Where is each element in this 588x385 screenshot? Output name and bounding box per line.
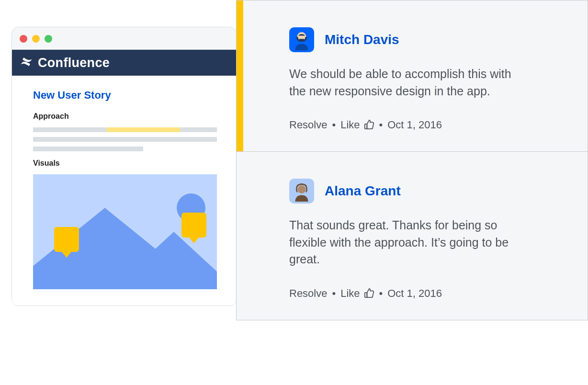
comment-author[interactable]: Alana Grant	[325, 183, 401, 199]
thumbs-up-icon[interactable]	[364, 287, 374, 300]
confluence-window: Confluence New User Story Approach Visua…	[11, 27, 237, 306]
like-link[interactable]: Like	[340, 287, 360, 300]
svg-rect-1	[364, 124, 367, 129]
comment-header: Alana Grant	[289, 179, 541, 204]
close-icon[interactable]	[20, 35, 27, 43]
separator-dot: •	[378, 119, 384, 131]
svg-rect-3	[364, 293, 367, 297]
comment-date: Oct 1, 2016	[387, 119, 442, 131]
comment-actions: Resolve • Like • Oct 1, 2016	[289, 119, 541, 131]
separator-dot: •	[331, 287, 337, 300]
page-body: New User Story Approach Visuals	[12, 76, 236, 306]
resolve-link[interactable]: Resolve	[289, 119, 327, 131]
annotation-pin-icon[interactable]	[181, 213, 206, 238]
separator-dot: •	[378, 287, 384, 300]
annotation-pin-icon[interactable]	[54, 227, 79, 252]
page-title[interactable]: New User Story	[33, 89, 217, 102]
confluence-icon	[20, 55, 33, 70]
comment-body: We should be able to accomplish this wit…	[289, 66, 519, 100]
selection-highlight	[237, 0, 243, 151]
comment-body: That sounds great. Thanks for being so f…	[289, 217, 519, 268]
comment-actions: Resolve • Like • Oct 1, 2016	[289, 287, 541, 300]
svg-point-2	[298, 185, 306, 193]
like-link[interactable]: Like	[340, 119, 360, 131]
window-controls	[12, 27, 236, 50]
body-text-line	[33, 147, 143, 151]
resolve-link[interactable]: Resolve	[289, 287, 327, 300]
separator-dot: •	[331, 119, 337, 131]
comment-date: Oct 1, 2016	[387, 287, 442, 300]
avatar[interactable]	[289, 179, 314, 204]
body-text-line	[33, 127, 217, 132]
body-text-line	[33, 137, 217, 142]
maximize-icon[interactable]	[45, 35, 52, 43]
comment-author[interactable]: Mitch Davis	[325, 32, 399, 47]
app-header: Confluence	[12, 50, 236, 76]
visuals-illustration	[33, 174, 217, 289]
app-name: Confluence	[38, 56, 110, 70]
comment-card: Alana Grant That sounds great. Thanks fo…	[237, 152, 588, 320]
section-heading-visuals: Visuals	[33, 159, 217, 168]
comment-card: Mitch Davis We should be able to accompl…	[237, 0, 588, 152]
thumbs-up-icon[interactable]	[364, 119, 374, 131]
avatar[interactable]	[289, 27, 314, 52]
mountain-shape	[112, 232, 217, 289]
minimize-icon[interactable]	[32, 35, 40, 43]
confluence-logo[interactable]: Confluence	[20, 55, 110, 70]
comment-panel: Mitch Davis We should be able to accompl…	[236, 0, 588, 320]
section-heading-approach: Approach	[33, 112, 217, 121]
comment-header: Mitch Davis	[289, 27, 541, 52]
